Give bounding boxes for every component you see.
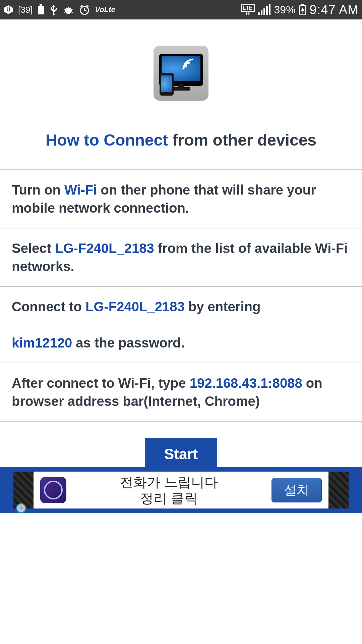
title-rest: from other devices: [168, 131, 316, 149]
alarm-icon: [79, 4, 90, 15]
ip-highlight: 192.168.43.1:8088: [190, 376, 302, 390]
carrier-icon: U: [3, 4, 13, 15]
notification-count: 39: [20, 5, 30, 15]
start-button[interactable]: Start: [145, 438, 217, 471]
svg-rect-3: [40, 4, 42, 6]
ad-line-1: 전화가 느립니다: [74, 474, 263, 490]
status-right: LTE 39% 9:47 AM: [241, 3, 359, 17]
ad-text: 전화가 느립니다 정리 클릭: [74, 474, 263, 506]
ad-line-2: 정리 클릭: [74, 490, 263, 506]
svg-marker-16: [245, 12, 248, 15]
status-bar: U [39] VoLte LTE 39% 9:47 AM: [0, 0, 362, 19]
svg-point-6: [69, 7, 70, 8]
svg-rect-18: [258, 12, 260, 15]
signal-icon: [258, 4, 271, 15]
svg-rect-22: [269, 4, 270, 15]
battery-percent: 39%: [274, 4, 296, 16]
volte-icon: VoLte: [95, 4, 115, 15]
step-3: Connect to LG-F240L_2183 by enteringkim1…: [0, 286, 362, 363]
lte-data-icon: LTE: [241, 4, 255, 15]
svg-marker-17: [248, 12, 250, 15]
battery-charging-icon: [299, 4, 306, 15]
svg-line-9: [64, 12, 66, 12]
phone-icon: [160, 73, 174, 96]
ad-side-left: [13, 472, 34, 508]
svg-marker-25: [301, 7, 304, 13]
svg-rect-21: [266, 6, 268, 15]
svg-rect-20: [263, 8, 265, 15]
cast-waves-icon: [182, 58, 198, 71]
step-4: After connect to Wi-Fi, type 192.168.43.…: [0, 363, 362, 421]
ssid-highlight: LG-F240L_2183: [55, 241, 154, 256]
ad-info-icon[interactable]: i: [16, 503, 26, 513]
ad-banner[interactable]: 전화가 느립니다 정리 클릭 설치 i: [0, 467, 362, 513]
notification-count-icon: [39]: [18, 4, 33, 15]
ad-install-button[interactable]: 설치: [272, 478, 322, 502]
ssid-highlight-2: LG-F240L_2183: [85, 299, 185, 314]
debug-icon: [63, 4, 74, 15]
svg-rect-24: [301, 4, 304, 6]
password-highlight: kim12120: [12, 335, 72, 350]
usb-icon: [49, 4, 58, 15]
svg-rect-2: [38, 6, 44, 14]
title-highlight: How to Connect: [46, 131, 168, 149]
ad-app-icon: [40, 477, 66, 503]
battery-saver-icon: [37, 4, 45, 15]
svg-line-13: [84, 10, 86, 11]
svg-line-10: [71, 12, 73, 12]
page-title: How to Connect from other devices: [0, 131, 362, 169]
ad-side-right: [328, 472, 349, 508]
svg-point-4: [65, 7, 72, 14]
clock-time: 9:47 AM: [310, 3, 359, 17]
step-1: Turn on Wi-Fi on ther phone that will sh…: [0, 169, 362, 228]
app-icon-wrap: [0, 19, 362, 131]
svg-rect-19: [261, 10, 262, 15]
status-left: U [39] VoLte: [3, 4, 115, 15]
main-content: How to Connect from other devices Turn o…: [0, 19, 362, 487]
wifi-highlight: Wi-Fi: [64, 182, 97, 197]
step-2: Select LG-F240L_2183 from the list of av…: [0, 228, 362, 286]
svg-text:U: U: [6, 7, 10, 12]
app-icon: [154, 46, 208, 101]
svg-point-5: [66, 7, 68, 8]
